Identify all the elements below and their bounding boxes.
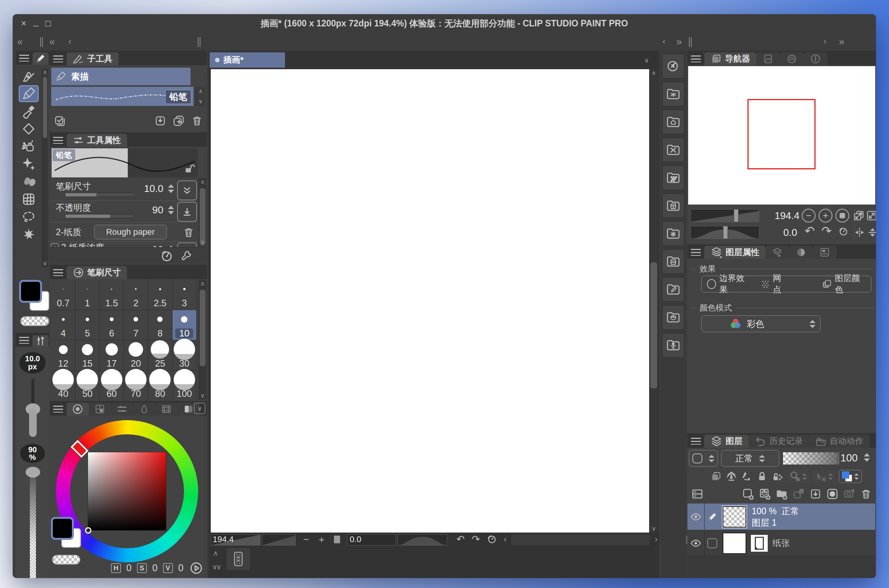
material-drawer-button[interactable] (226, 547, 251, 570)
layers-menu[interactable] (687, 435, 704, 448)
folder-effect-button[interactable] (662, 221, 684, 246)
layer2-draft-checkbox[interactable] (707, 538, 717, 548)
color-panel-menu[interactable] (50, 403, 67, 416)
color-foreground-swatch[interactable] (52, 518, 73, 539)
tool-selection[interactable] (19, 208, 39, 225)
panel-list-icon[interactable] (689, 486, 706, 502)
minimize-button[interactable]: _ (33, 16, 38, 27)
zoom-readout-box[interactable]: 194.4 (211, 534, 261, 546)
tool-brush[interactable] (19, 103, 39, 120)
brush-size-70[interactable]: 70 (124, 370, 148, 400)
frame-tab[interactable] (813, 246, 837, 259)
nav-rotate-left-icon[interactable]: ↶ (804, 224, 815, 238)
brush-size-dynamics-button[interactable] (177, 180, 197, 200)
layer2-visibility-eye-icon[interactable] (687, 537, 704, 549)
collapse-left2-icon[interactable]: « (49, 36, 55, 48)
delete-subtool-icon[interactable] (191, 115, 203, 127)
lock-transparent-pixels-icon[interactable] (772, 471, 783, 482)
information-tab[interactable] (804, 52, 827, 65)
autoaction-tab[interactable]: 自动动作 (809, 435, 869, 448)
color-mixing-icon[interactable] (189, 561, 203, 575)
tool-airbrush[interactable] (19, 138, 39, 155)
subtool-menu[interactable] (50, 52, 67, 65)
layer-search-tab[interactable] (765, 246, 789, 259)
commandbar-grip[interactable] (198, 37, 200, 47)
rotation-readout-box[interactable]: 0.0 (347, 534, 396, 546)
brush-size-10[interactable]: 10 (173, 310, 197, 340)
tone-tab[interactable] (789, 246, 813, 259)
right-grip[interactable] (689, 37, 692, 47)
paper-texture-button[interactable]: Rough paper (94, 225, 167, 239)
brush-size-20[interactable]: 20 (124, 340, 148, 370)
folder-home-button[interactable] (662, 110, 684, 134)
brush-size-80[interactable]: 80 (148, 370, 172, 400)
folder-image-button[interactable] (662, 249, 684, 274)
flip-horizontal-icon[interactable] (854, 227, 865, 238)
new-raster-layer-icon[interactable] (740, 486, 757, 502)
canvas-vscrollbar[interactable]: ∧ ∨ (649, 69, 658, 533)
brush-size-2[interactable]: 2 (124, 280, 148, 310)
delete-layer-icon[interactable] (858, 486, 874, 502)
subtool-scroll[interactable]: ∧∨ (195, 87, 205, 106)
tool-tab-icon[interactable] (33, 52, 49, 65)
brush-size-100[interactable]: 100 (173, 370, 197, 400)
layer-opacity-value[interactable]: 100 (840, 452, 858, 464)
rotate-right-icon[interactable]: ↷ (472, 533, 480, 545)
fit-to-screen-icon[interactable] (853, 210, 865, 221)
tool-property-menu[interactable] (50, 134, 67, 147)
layer-opacity-slider[interactable] (783, 452, 840, 465)
opacity-dynamics-button[interactable] (177, 202, 197, 222)
strip-up-icon[interactable]: ∧ (213, 549, 218, 557)
duplicate-subtool-icon[interactable] (173, 115, 185, 127)
folder-3d-button[interactable] (662, 305, 684, 330)
folder-cross-button[interactable] (662, 138, 684, 162)
multiple-select-icon[interactable] (54, 115, 66, 127)
hscroll-right-arrow[interactable]: › (655, 534, 658, 544)
brush-size-15[interactable]: 15 (75, 340, 99, 370)
prev-arrow-icon[interactable]: ‹ (68, 36, 71, 48)
border-effect-button[interactable]: 边界效果 (702, 273, 755, 296)
tool-eraser[interactable] (19, 120, 39, 137)
nav-zoom-reset-button[interactable] (835, 209, 849, 223)
brush-size-17[interactable]: 17 (100, 340, 124, 370)
tool-liquify[interactable] (19, 191, 39, 208)
close-button[interactable]: × (21, 18, 26, 29)
tone-effect-button[interactable]: 网点 (755, 273, 794, 296)
import-subtool-icon[interactable] (154, 115, 166, 127)
blend-mode-dropdown[interactable]: 正常 (721, 450, 779, 467)
reset-rotation-icon[interactable] (487, 534, 497, 544)
history-tab[interactable]: 历史记录 (749, 435, 809, 448)
stencil-icon[interactable] (841, 486, 858, 502)
delete-texture-icon[interactable] (182, 226, 195, 239)
nav-zoom-out-button[interactable]: − (802, 209, 816, 223)
document-tab[interactable]: 插画* (210, 52, 285, 68)
saturation-value-square[interactable] (88, 452, 166, 530)
tool-decoration[interactable] (19, 156, 39, 172)
navigator-menu[interactable] (687, 52, 704, 65)
subview-tab[interactable] (756, 52, 780, 65)
tool-scrollbar[interactable]: ∧ ∨ (42, 68, 48, 267)
nav-rotate-right-icon[interactable]: ↷ (821, 224, 832, 238)
canvas[interactable] (211, 69, 649, 533)
maximize-button[interactable]: □ (45, 18, 51, 29)
folder-butterfly-button[interactable] (662, 82, 684, 106)
layer-mask-icon[interactable] (824, 486, 841, 502)
folder-tone-button[interactable] (662, 166, 684, 190)
draft-layer-icon[interactable] (741, 471, 752, 482)
layer-color-button[interactable]: 图层颜色 (817, 273, 871, 296)
subtool-group-sketch[interactable]: 素描 (51, 68, 190, 85)
nav-zoom-in-button[interactable]: + (819, 209, 832, 223)
brush-size-8[interactable]: 8 (148, 310, 172, 340)
transfer-to-layer-icon[interactable] (790, 486, 807, 502)
brush-size-4[interactable]: 4 (51, 310, 75, 340)
tab-list-chevron[interactable]: ∨ (644, 56, 649, 65)
quick-slider-menu[interactable] (16, 334, 33, 347)
brush-size-slider[interactable] (65, 193, 133, 197)
brush-size-25[interactable]: 25 (148, 340, 172, 370)
new-folder-icon[interactable] (773, 486, 790, 502)
brush-size-60[interactable]: 60 (100, 370, 124, 400)
lock-layer-icon[interactable] (756, 471, 768, 482)
zoom-out-button[interactable]: − (303, 534, 309, 546)
navigator-zoom-slider[interactable] (690, 209, 759, 222)
layer-opacity-stepper[interactable] (864, 453, 870, 462)
